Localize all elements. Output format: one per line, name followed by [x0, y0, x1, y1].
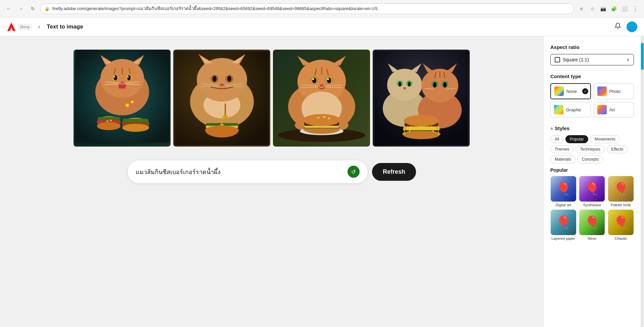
styles-title: Styles — [555, 125, 569, 131]
svg-point-103 — [403, 87, 406, 89]
bookmark-icon[interactable]: ☆ — [588, 4, 597, 13]
svg-point-121 — [404, 115, 439, 126]
svg-point-79 — [327, 78, 329, 80]
content-type-art-icon — [597, 105, 607, 114]
aspect-ratio-value: Square (1:1) — [563, 57, 624, 62]
svg-point-102 — [408, 82, 411, 87]
svg-point-90 — [303, 114, 340, 126]
generated-image-1[interactable] — [74, 50, 171, 147]
content-type-art-button[interactable]: Art — [594, 102, 634, 117]
svg-text:🎈: 🎈 — [613, 181, 629, 196]
style-label-chaotic: Chaotic — [615, 236, 627, 240]
content-type-photo-label: Photo — [609, 89, 621, 94]
scrollbar-track — [641, 36, 644, 327]
svg-point-119 — [403, 130, 440, 139]
browser-menu-icon[interactable]: ⋮ — [631, 4, 640, 13]
style-card-synthwave[interactable]: 🎈 Synthwave — [579, 176, 605, 207]
svg-point-28 — [97, 122, 121, 130]
svg-point-16 — [114, 76, 115, 77]
aspect-ratio-dropdown[interactable]: Square (1:1) ∨ — [550, 54, 634, 65]
svg-point-32 — [122, 124, 149, 132]
style-filter-materials[interactable]: Materials — [550, 155, 576, 163]
content-type-grid: None ✓ Photo Graphic Art — [550, 83, 634, 117]
generated-image-4[interactable] — [373, 50, 470, 147]
content-type-graphic-button[interactable]: Graphic — [550, 102, 591, 117]
svg-line-51 — [200, 86, 218, 87]
svg-line-21 — [105, 84, 119, 85]
main-layout: แมวส้มกินชีสเบอร์เกอร์ราดน้ำผึ้ง ↺ Refre… — [0, 36, 644, 327]
style-card-neon[interactable]: 🎈 Neon — [579, 210, 605, 240]
image-3-placeholder — [273, 50, 370, 147]
browser-chrome: ← → ↻ 🔒 firefly.adobe.com/generate/image… — [0, 0, 644, 17]
svg-point-123 — [437, 133, 441, 135]
svg-point-17 — [127, 76, 129, 77]
generated-image-3[interactable] — [273, 50, 370, 147]
avatar[interactable] — [627, 21, 637, 32]
svg-rect-26 — [98, 117, 120, 120]
svg-point-122 — [402, 133, 406, 135]
style-card-palette-knife[interactable]: 🎈 Palette knife — [608, 176, 634, 207]
lock-icon: 🔒 — [45, 6, 50, 11]
style-label-palette-knife: Palette knife — [611, 203, 631, 207]
extensions-icon[interactable]: 🧩 — [609, 4, 618, 13]
check-mark-icon: ✓ — [582, 88, 588, 94]
camera-icon[interactable]: 📷 — [598, 4, 608, 13]
aspect-ratio-title: Aspect ratio — [550, 44, 634, 50]
svg-point-47 — [213, 76, 217, 82]
style-grid: 🎈 Digital art — [550, 176, 634, 240]
address-bar[interactable]: 🔒 firefly.adobe.com/generate/images?prom… — [40, 3, 574, 14]
chevron-up-icon: ∧ — [550, 126, 553, 131]
svg-point-80 — [320, 84, 324, 87]
refresh-browser-button[interactable]: ↻ — [28, 4, 38, 13]
svg-point-115 — [433, 82, 436, 88]
svg-point-60 — [223, 115, 228, 119]
style-card-layered-paper[interactable]: 🎈 Layered paper — [550, 210, 577, 240]
style-card-digital-art[interactable]: 🎈 Digital art — [550, 176, 577, 207]
content-area: แมวส้มกินชีสเบอร์เกอร์ราดน้ำผึ้ง ↺ Refre… — [0, 36, 543, 327]
scrollbar-thumb[interactable] — [641, 43, 644, 70]
svg-line-23 — [126, 84, 140, 85]
prompt-container: แมวส้มกินชีสเบอร์เกอร์ราดน้ำผึ้ง ↺ — [127, 160, 368, 183]
style-thumb-layered-paper: 🎈 — [551, 210, 576, 235]
style-filter-themes[interactable]: Themes — [550, 145, 573, 153]
image-1-placeholder — [74, 50, 171, 147]
content-type-none-icon — [554, 87, 564, 96]
svg-point-14 — [114, 75, 117, 80]
image-4-placeholder — [373, 50, 470, 147]
style-label-neon: Neon — [588, 236, 596, 240]
notification-bell-icon[interactable] — [614, 22, 621, 31]
content-type-photo-icon — [597, 87, 607, 96]
image-2-placeholder — [173, 50, 270, 147]
back-to-home-button[interactable]: ‹ — [36, 22, 43, 31]
styles-header[interactable]: ∧ Styles — [550, 125, 634, 131]
style-filter-effects[interactable]: Effects — [607, 145, 628, 153]
forward-button[interactable]: → — [16, 4, 26, 13]
content-type-photo-button[interactable]: Photo — [594, 83, 634, 99]
beta-badge: (Beta) — [18, 24, 32, 30]
style-card-chaotic[interactable]: 🎈 Chaotic — [608, 210, 634, 240]
refresh-button[interactable]: Refresh — [372, 163, 416, 181]
styles-section: ∧ Styles All Popular Movements Themes Te… — [550, 125, 634, 240]
content-type-none-button[interactable]: None ✓ — [550, 83, 591, 99]
style-filter-movements[interactable]: Movements — [590, 135, 620, 143]
prompt-text: แมวส้มกินชีสเบอร์เกอร์ราดน้ำผึ้ง — [136, 167, 343, 177]
share-icon[interactable]: ⎋ — [577, 4, 586, 13]
regenerate-icon[interactable]: ↺ — [348, 166, 360, 178]
generated-image-2[interactable] — [173, 50, 270, 147]
svg-text:🎈: 🎈 — [585, 215, 600, 229]
url-text: firefly.adobe.com/generate/images?prompt… — [52, 5, 570, 12]
style-thumb-chaotic: 🎈 — [608, 210, 634, 235]
popular-label: Popular — [550, 167, 634, 173]
style-filter-popular[interactable]: Popular — [565, 135, 588, 143]
style-filter-all[interactable]: All — [550, 135, 563, 143]
adobe-icon — [7, 22, 16, 32]
style-filter-techniques[interactable]: Techniques — [576, 145, 605, 153]
style-filter-concepts[interactable]: Concepts — [578, 155, 603, 163]
window-icon[interactable]: ⬜ — [620, 4, 629, 13]
svg-point-101 — [399, 82, 401, 87]
app-header: (Beta) ‹ Text to image — [0, 17, 644, 36]
svg-line-84 — [326, 87, 342, 88]
svg-point-15 — [127, 75, 131, 80]
back-button[interactable]: ← — [4, 4, 13, 13]
header-icons — [614, 21, 637, 32]
